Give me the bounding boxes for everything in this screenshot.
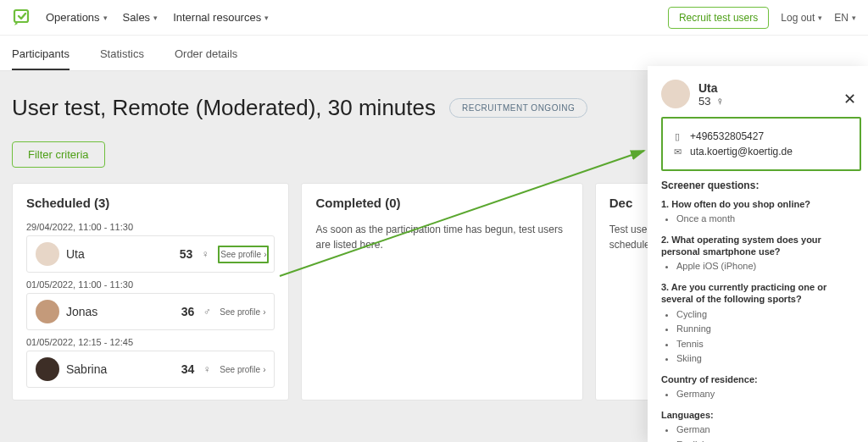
gender-icon: ♂ [201, 306, 213, 318]
avatar [36, 357, 59, 381]
gender-icon: ♀ [715, 95, 724, 108]
app-logo [12, 8, 32, 28]
tab-statistics[interactable]: Statistics [100, 47, 144, 70]
chevron-right-icon: › [263, 307, 265, 317]
answer: English [676, 438, 854, 442]
column-scheduled: Scheduled (3) 29/04/2022, 11:00 - 11:30 … [12, 183, 289, 401]
participant-row: Uta 53 ♀ See profile› [26, 235, 275, 273]
gender-icon: ♀ [199, 248, 211, 260]
participant-row: Sabrina 34 ♀ See profile› [26, 351, 275, 388]
logout-link[interactable]: Log out▾ [781, 12, 822, 24]
page-title: User test, Remote (Moderated), 30 minute… [12, 95, 436, 121]
nav-internal[interactable]: Internal resources▾ [173, 11, 269, 24]
chevron-down-icon: ▾ [103, 14, 108, 22]
answer: Tennis [676, 337, 854, 352]
screener-label: Screener questions: [661, 180, 854, 191]
chevron-down-icon: ▾ [264, 14, 269, 22]
highlight-annotation: See profile› [218, 246, 269, 263]
answer: Skiing [676, 351, 854, 367]
answer: Running [676, 322, 854, 337]
chevron-right-icon: › [263, 365, 265, 374]
email-line: ✉ uta.koertig@koertig.de [671, 146, 851, 157]
filter-criteria-button[interactable]: Filter criteria [12, 141, 105, 168]
answer: Apple iOS (iPhone) [676, 259, 854, 274]
chevron-down-icon: ▾ [153, 14, 158, 22]
panel-age: 53 [698, 95, 710, 108]
participant-name: Uta [66, 247, 167, 261]
tab-participants[interactable]: Participants [12, 47, 70, 70]
answer: Once a month [676, 212, 854, 227]
phone-value: +496532805427 [690, 130, 764, 142]
avatar [661, 80, 690, 108]
gender-icon: ♀ [201, 363, 213, 375]
email-value: uta.koertig@koertig.de [690, 146, 793, 157]
tab-order-details[interactable]: Order details [175, 47, 237, 70]
slot-time: 01/05/2022, 11:00 - 11:30 [26, 279, 275, 290]
nav-sales[interactable]: Sales▾ [123, 11, 159, 24]
chevron-down-icon: ▾ [852, 14, 856, 22]
column-completed: Completed (0) As soon as the participati… [301, 183, 582, 401]
participant-name: Sabrina [66, 362, 169, 376]
question: 1. How often do you shop online? [661, 198, 854, 210]
phone-icon: ▯ [671, 131, 683, 142]
profile-panel: ✕ Uta 53♀ ▯ +496532805427 ✉ uta.koertig@… [648, 66, 868, 442]
slot-time: 01/05/2022, 12:15 - 12:45 [26, 337, 275, 347]
mail-icon: ✉ [671, 146, 683, 157]
participant-row: Jonas 36 ♂ See profile› [26, 293, 275, 330]
empty-text: As soon as the participation time has be… [315, 222, 568, 252]
chevron-down-icon: ▾ [818, 14, 822, 22]
column-title: Scheduled (3) [26, 196, 275, 210]
see-profile-link[interactable]: See profile› [220, 365, 265, 374]
question: 3. Are you currently practicing one or s… [661, 281, 854, 306]
participant-age: 36 [175, 305, 194, 318]
column-title: Completed (0) [315, 196, 568, 210]
panel-name: Uta [698, 81, 724, 95]
avatar [36, 300, 59, 323]
phone-line: ▯ +496532805427 [671, 130, 851, 142]
answer: Cycling [676, 307, 854, 323]
chevron-right-icon: › [264, 250, 266, 259]
language-selector[interactable]: EN▾ [834, 12, 856, 24]
svg-rect-0 [14, 10, 28, 22]
participant-age: 34 [175, 362, 194, 376]
slot-time: 29/04/2022, 11:00 - 11:30 [26, 222, 275, 232]
languages-label: Languages: [661, 409, 854, 421]
see-profile-link[interactable]: See profile› [220, 307, 265, 317]
participant-age: 53 [174, 247, 192, 261]
see-profile-link[interactable]: See profile› [220, 250, 266, 259]
recruit-button[interactable]: Recruit test users [668, 7, 769, 29]
participant-name: Jonas [66, 305, 169, 318]
answer: Germany [676, 387, 854, 402]
avatar [36, 242, 59, 266]
question: 2. What operating system does your perso… [661, 234, 854, 258]
nav-operations[interactable]: Operations▾ [46, 11, 108, 24]
country-label: Country of residence: [661, 373, 854, 385]
answer: German [676, 423, 854, 438]
close-icon[interactable]: ✕ [843, 90, 856, 108]
contact-highlight: ▯ +496532805427 ✉ uta.koertig@koertig.de [661, 117, 861, 171]
status-badge: RECRUITMENT ONGOING [449, 98, 587, 118]
